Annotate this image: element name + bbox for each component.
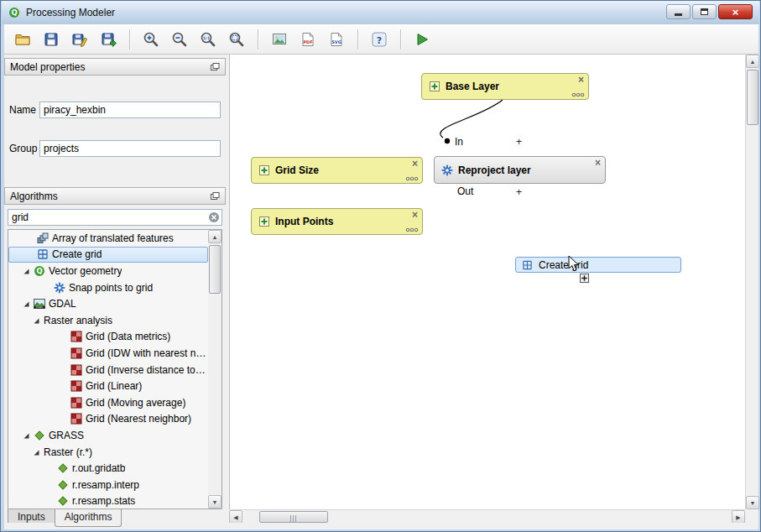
zoom-actual-icon[interactable]: 1:1 (196, 28, 220, 51)
open-model-icon[interactable] (11, 28, 34, 51)
window-title: Processing Modeler (26, 7, 115, 18)
socket-in-add-icon[interactable]: + (516, 136, 522, 148)
model-node-create-grid-drag[interactable]: Create grid (515, 257, 681, 273)
raster-icon (70, 397, 82, 409)
left-panel: Model properties Name Group Algorithms A… (4, 55, 226, 509)
close-button[interactable]: × (718, 4, 753, 19)
gear-icon (54, 282, 65, 294)
algorithm-tree-item[interactable]: Grid (Inverse distance to a ... (8, 362, 208, 378)
algorithm-tree-item[interactable]: Snap points to grid (8, 279, 208, 296)
svg-text:SVG: SVG (331, 39, 341, 44)
model-node-input-points[interactable]: Input Points × (251, 208, 423, 235)
tab-algorithms[interactable]: Algorithms (55, 509, 122, 527)
save-model-icon[interactable] (39, 28, 63, 51)
drag-plus-badge-icon (580, 274, 589, 285)
canvas-hscroll-thumb[interactable] (259, 511, 328, 523)
raster-icon (70, 347, 82, 359)
expand-arrow-icon[interactable] (32, 448, 40, 456)
run-model-icon[interactable] (410, 28, 434, 51)
algorithm-tree-item[interactable]: Create grid (8, 247, 208, 263)
toolbar-separator (400, 29, 401, 50)
tree-scrollbar-thumb[interactable] (209, 245, 221, 294)
algorithm-tree-item[interactable]: Raster analysis (8, 312, 208, 329)
sockets-icon[interactable] (405, 227, 419, 232)
algorithm-tree-item[interactable]: Raster (r.*) (8, 444, 208, 461)
export-image-icon[interactable] (268, 28, 291, 51)
grid-icon (522, 259, 533, 270)
algorithm-search-input[interactable] (8, 209, 222, 226)
algorithm-tree-item[interactable]: r.resamp.stats (8, 493, 208, 509)
node-title: Grid Size (275, 164, 319, 176)
algorithm-tree-item[interactable]: Grid (Moving average) (8, 394, 208, 411)
svg-text:Q: Q (36, 267, 42, 275)
maximize-button[interactable] (692, 4, 717, 19)
zoom-out-icon[interactable] (168, 28, 191, 51)
qgis-icon: Q (34, 265, 45, 277)
canvas-vscroll-thumb[interactable] (747, 70, 758, 125)
algorithm-tree-item[interactable]: GDALGDAL (8, 295, 208, 312)
clear-search-icon[interactable] (208, 211, 220, 223)
algorithm-label: Grid (IDW with nearest nei... (86, 347, 208, 359)
zoom-full-icon[interactable] (225, 28, 248, 51)
expand-arrow-icon[interactable] (32, 316, 40, 325)
raster-icon (70, 364, 82, 376)
model-node-base-layer[interactable]: Base Layer × (421, 73, 589, 100)
algorithm-label: Raster analysis (44, 315, 112, 326)
float-panel-icon[interactable] (210, 191, 220, 201)
expand-arrow-icon[interactable] (22, 431, 30, 440)
grass-icon (34, 430, 45, 441)
export-svg-icon[interactable]: SVG (325, 28, 348, 51)
algorithm-tree-item[interactable]: Grid (IDW with nearest nei... (8, 345, 208, 362)
algorithm-label: Grid (Nearest neighbor) (86, 413, 191, 425)
scroll-down-button[interactable]: ▼ (746, 496, 759, 509)
sockets-icon[interactable] (405, 176, 419, 181)
zoom-in-icon[interactable] (139, 28, 163, 51)
maximize-icon (701, 8, 708, 15)
model-canvas[interactable]: Base Layer × Grid Size × Input Points × … (229, 55, 745, 509)
algorithm-tree-item[interactable]: Array of translated features (8, 230, 208, 247)
model-node-reproject-layer[interactable]: Reproject layer × (434, 156, 606, 184)
algorithm-tree-item[interactable]: Grid (Data metrics) (8, 329, 208, 346)
expand-arrow-icon[interactable] (22, 267, 30, 275)
tree-scrollbar: ▲ ▼ (208, 230, 222, 509)
delete-node-icon[interactable]: × (595, 157, 601, 169)
algorithm-label: Array of translated features (52, 232, 174, 244)
algorithm-tree-item[interactable]: QVector geometry (8, 263, 208, 279)
export-pdf-icon[interactable]: PDF (296, 28, 320, 51)
float-panel-icon[interactable] (210, 62, 220, 72)
algorithm-tree-item[interactable]: GRASS (8, 427, 208, 444)
delete-node-icon[interactable]: × (412, 209, 418, 221)
scroll-down-button[interactable]: ▼ (208, 495, 222, 509)
scroll-up-button[interactable]: ▲ (208, 230, 222, 243)
scroll-left-button[interactable]: ◀ (229, 510, 242, 524)
scroll-up-button[interactable]: ▲ (746, 55, 759, 68)
algorithm-label: Snap points to grid (69, 282, 153, 294)
model-node-grid-size[interactable]: Grid Size × (251, 157, 423, 184)
svg-text:?: ? (377, 34, 382, 45)
socket-in-label[interactable]: In (455, 136, 463, 148)
algorithm-tree-item[interactable]: Grid (Linear) (8, 378, 208, 394)
scroll-right-button[interactable]: ▶ (732, 510, 745, 524)
sockets-icon[interactable] (571, 92, 585, 97)
model-group-input[interactable] (39, 140, 221, 157)
delete-node-icon[interactable]: × (578, 74, 584, 86)
model-name-input[interactable] (39, 102, 221, 118)
save-model-as-icon[interactable] (68, 28, 91, 51)
delete-node-icon[interactable]: × (412, 158, 418, 170)
save-model-in-project-icon[interactable] (96, 28, 120, 51)
connection-curve (230, 55, 746, 509)
svg-text:GDAL: GDAL (36, 305, 44, 309)
parameter-plus-icon (258, 216, 270, 227)
algorithm-label: Vector geometry (49, 265, 122, 277)
help-icon[interactable]: ? (367, 28, 391, 51)
gdal-icon: GDAL (34, 298, 45, 310)
minimize-button[interactable] (666, 4, 691, 19)
expand-arrow-icon[interactable] (22, 300, 30, 308)
qgis-app-icon: Q (8, 7, 20, 18)
socket-out-label[interactable]: Out (457, 185, 473, 197)
algorithm-tree-item[interactable]: r.resamp.interp (8, 477, 208, 493)
algorithm-tree-item[interactable]: r.out.gridatb (8, 460, 208, 477)
algorithm-label: Grid (Data metrics) (86, 331, 170, 342)
algorithm-tree-item[interactable]: Grid (Nearest neighbor) (8, 411, 208, 428)
socket-out-add-icon[interactable]: + (516, 186, 522, 198)
